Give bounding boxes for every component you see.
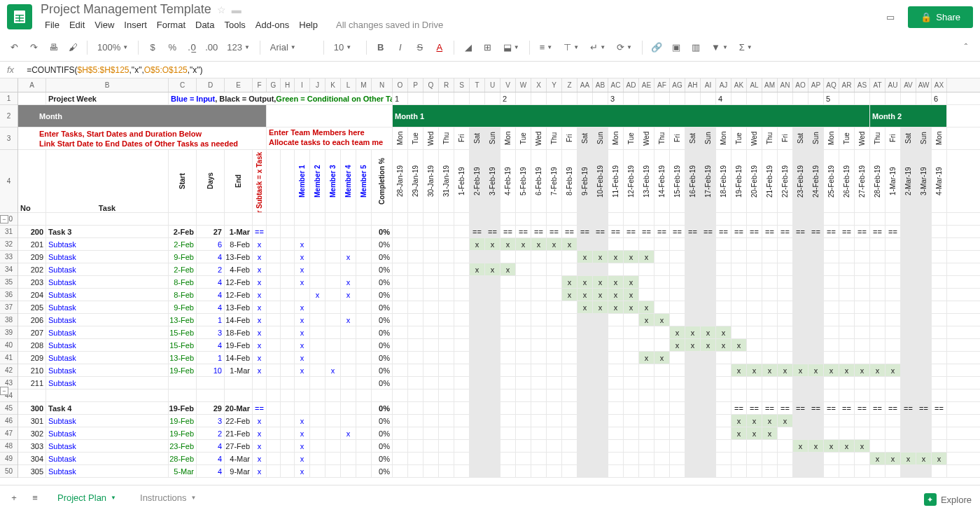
numformat-dropdown[interactable]: 123▼ — [224, 41, 253, 54]
bold-icon[interactable]: B — [374, 41, 388, 55]
row-headers[interactable]: 1234303132333435363738394041424344454647… — [0, 92, 18, 478]
dec-decrease-icon[interactable]: .0̲ — [185, 41, 199, 55]
folder-icon[interactable]: ▬ — [232, 4, 241, 15]
sheet-tab-instructions[interactable]: Instructions▼ — [132, 488, 204, 507]
star-icon[interactable]: ☆ — [217, 4, 226, 15]
sheet-tab-project-plan[interactable]: Project Plan▼ — [49, 488, 125, 507]
link-icon[interactable]: 🔗 — [650, 41, 664, 55]
menu-edit[interactable]: Edit — [65, 18, 89, 32]
text-color-icon[interactable]: A — [433, 41, 447, 55]
column-headers[interactable]: ABCDEFGHIJKLMNOPQRSTUVWXYZAAABACADAEAFAG… — [0, 78, 980, 92]
menu-file[interactable]: File — [41, 18, 64, 32]
add-sheet-icon[interactable]: + — [7, 491, 21, 505]
document-title[interactable]: Project Management Template — [41, 2, 211, 17]
italic-icon[interactable]: I — [393, 41, 407, 55]
chart-icon[interactable]: ▥ — [689, 41, 703, 55]
redo-icon[interactable]: ↷ — [27, 41, 41, 55]
sheets-logo[interactable] — [7, 4, 32, 29]
filter-dropdown[interactable]: ▼▼ — [708, 41, 731, 54]
menu-bar: File Edit View Insert Format Data Tools … — [41, 18, 883, 32]
lock-icon: 🔒 — [920, 12, 932, 22]
formula-bar[interactable]: fx =COUNTIFS($H$5:$H$125,"x",O$5:O$125,"… — [0, 62, 980, 78]
undo-icon[interactable]: ↶ — [7, 41, 21, 55]
fill-color-icon[interactable]: ◢ — [461, 41, 475, 55]
svg-rect-4 — [19, 15, 20, 22]
font-dropdown[interactable]: Arial▼ — [267, 41, 316, 54]
wrap-dropdown[interactable]: ↵▼ — [587, 41, 608, 54]
rotate-dropdown[interactable]: ⟳▼ — [614, 41, 635, 54]
menu-view[interactable]: View — [90, 18, 118, 32]
currency-icon[interactable]: $ — [146, 41, 160, 55]
save-status: All changes saved in Drive — [332, 18, 447, 32]
dec-increase-icon[interactable]: .00 — [204, 41, 218, 55]
spreadsheet-cells[interactable]: Project WeekBlue = Input, Black = Output… — [18, 92, 980, 478]
explore-button[interactable]: ✦Explore — [924, 493, 972, 506]
explore-icon: ✦ — [924, 493, 937, 506]
fx-icon: fx — [7, 64, 14, 75]
menu-help[interactable]: Help — [295, 18, 322, 32]
functions-dropdown[interactable]: Σ▼ — [736, 41, 755, 54]
toolbar: ↶ ↷ 🖶 🖌 100%▼ $ % .0̲ .00 123▼ Arial▼ 10… — [0, 34, 980, 62]
all-sheets-icon[interactable]: ≡ — [28, 491, 42, 505]
menu-addons[interactable]: Add-ons — [251, 18, 293, 32]
fontsize-dropdown[interactable]: 10▼ — [331, 41, 359, 54]
borders-icon[interactable]: ⊞ — [481, 41, 495, 55]
paint-format-icon[interactable]: 🖌 — [66, 41, 80, 55]
menu-data[interactable]: Data — [191, 18, 218, 32]
zoom-dropdown[interactable]: 100%▼ — [94, 41, 131, 54]
merge-dropdown[interactable]: ⬓▼ — [500, 41, 522, 54]
menu-insert[interactable]: Insert — [120, 18, 151, 32]
halign-dropdown[interactable]: ≡▼ — [537, 41, 556, 54]
collapse-toolbar-icon[interactable]: ˆ — [959, 41, 973, 55]
comments-icon[interactable]: ▭ — [883, 9, 898, 25]
percent-icon[interactable]: % — [165, 41, 179, 55]
group-collapse-1[interactable]: − — [0, 215, 8, 223]
print-icon[interactable]: 🖶 — [46, 41, 60, 55]
comment-icon[interactable]: ▣ — [669, 41, 683, 55]
group-collapse-2[interactable]: − — [0, 387, 8, 395]
share-button[interactable]: 🔒 Share — [908, 6, 973, 28]
strike-icon[interactable]: S — [413, 41, 427, 55]
menu-format[interactable]: Format — [153, 18, 190, 32]
formula-text: =COUNTIFS($H$5:$H$125,"x",O$5:O$125,"x") — [27, 65, 203, 75]
valign-dropdown[interactable]: ⊤▼ — [561, 41, 582, 54]
menu-tools[interactable]: Tools — [220, 18, 249, 32]
